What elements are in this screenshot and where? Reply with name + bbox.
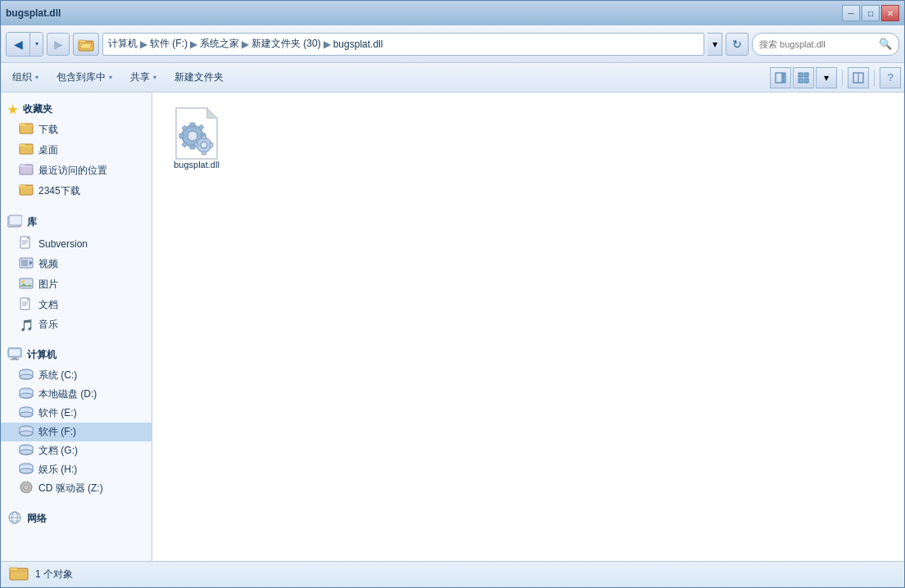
svg-rect-29 xyxy=(10,350,20,355)
h-drive-label: 娱乐 (H:) xyxy=(38,463,77,477)
documents-label: 文档 xyxy=(38,298,58,312)
address-bar[interactable]: 计算机 ▶ 软件 (F:) ▶ 系统之家 ▶ 新建文件夹 (30) ▶ bugs… xyxy=(102,33,704,56)
svg-rect-54 xyxy=(190,123,195,127)
folder-nav-button[interactable] xyxy=(73,33,99,56)
path-folder2[interactable]: 新建文件夹 (30) xyxy=(251,37,321,51)
sidebar-item-pictures[interactable]: 图片 xyxy=(1,274,152,295)
2345-label: 2345下载 xyxy=(38,184,80,198)
music-label: 音乐 xyxy=(38,318,58,332)
sidebar-item-subversion[interactable]: Subversion xyxy=(1,233,152,254)
path-file[interactable]: bugsplat.dll xyxy=(333,38,383,50)
svg-point-43 xyxy=(20,468,33,473)
svg-rect-5 xyxy=(799,79,803,83)
sidebar-item-z-drive[interactable]: CD 驱动器 (Z:) xyxy=(1,479,152,498)
c-drive-label: 系统 (C:) xyxy=(38,369,77,382)
z-drive-icon xyxy=(19,482,34,495)
library-label: 库 xyxy=(27,215,37,229)
minimize-button[interactable]: ─ xyxy=(842,5,860,21)
sidebar-item-c-drive[interactable]: 系统 (C:) xyxy=(1,366,152,385)
desktop-icon xyxy=(19,142,34,158)
favorites-header[interactable]: ★ 收藏夹 xyxy=(1,99,152,120)
svg-point-23 xyxy=(21,280,25,283)
address-dropdown-button[interactable]: ▾ xyxy=(708,33,722,56)
library-icon xyxy=(7,215,22,230)
share-menu[interactable]: 共享 ▾ xyxy=(122,67,165,88)
sidebar-item-video[interactable]: 视频 xyxy=(1,254,152,274)
back-forward-group: ◀ ▾ xyxy=(6,32,43,57)
preview-pane-button[interactable] xyxy=(770,67,791,88)
refresh-button[interactable]: ↻ xyxy=(726,33,749,56)
search-box[interactable]: 🔍 xyxy=(752,33,899,56)
window: bugsplat.dll ─ □ ✕ ◀ ▾ ▶ 计算机 ▶ 软件 (F:) ▶ xyxy=(0,0,905,588)
sidebar-item-desktop[interactable]: 桌面 xyxy=(1,140,152,161)
d-drive-icon xyxy=(19,387,34,401)
svg-point-33 xyxy=(20,374,33,379)
path-computer[interactable]: 计算机 xyxy=(108,37,138,51)
e-drive-icon xyxy=(19,406,34,420)
path-folder1[interactable]: 系统之家 xyxy=(200,37,239,51)
pictures-label: 图片 xyxy=(38,278,58,292)
svg-rect-30 xyxy=(12,357,17,359)
new-folder-button[interactable]: 新建文件夹 xyxy=(166,67,232,88)
menubar: 组织 ▾ 包含到库中 ▾ 共享 ▾ 新建文件夹 xyxy=(1,63,904,93)
g-drive-label: 文档 (G:) xyxy=(38,444,78,458)
dll-file-icon xyxy=(173,106,220,161)
restore-button[interactable]: □ xyxy=(862,5,880,21)
organize-menu[interactable]: 组织 ▾ xyxy=(4,67,47,88)
include-library-menu[interactable]: 包含到库中 ▾ xyxy=(48,67,120,88)
svg-point-63 xyxy=(201,142,207,148)
network-header[interactable]: 网络 xyxy=(1,508,152,530)
svg-point-41 xyxy=(20,450,33,455)
svg-rect-2 xyxy=(783,73,785,83)
view-mode-button[interactable] xyxy=(793,67,814,88)
sidebar-item-e-drive[interactable]: 软件 (E:) xyxy=(1,404,152,423)
f-drive-label: 软件 (F:) xyxy=(38,425,76,439)
close-button[interactable]: ✕ xyxy=(881,5,899,21)
pictures-icon xyxy=(19,277,34,292)
computer-header[interactable]: 计算机 xyxy=(1,344,152,366)
library-header[interactable]: 库 xyxy=(1,211,152,233)
back-dropdown-button[interactable]: ▾ xyxy=(29,33,43,56)
recent-label: 最近访问的位置 xyxy=(38,164,107,178)
sidebar-item-music[interactable]: 🎵 音乐 xyxy=(1,315,152,334)
network-section: 网络 xyxy=(1,508,152,530)
svg-rect-64 xyxy=(202,136,206,139)
search-icon[interactable]: 🔍 xyxy=(879,38,892,50)
organize-chevron: ▾ xyxy=(35,74,38,81)
titlebar: bugsplat.dll ─ □ ✕ xyxy=(1,1,904,25)
file-item-bugsplat[interactable]: bugsplat.dll xyxy=(164,104,229,174)
details-pane-icon xyxy=(853,72,864,84)
video-icon xyxy=(19,256,34,272)
svg-rect-22 xyxy=(20,278,33,288)
music-icon: 🎵 xyxy=(19,319,34,332)
path-drive[interactable]: 软件 (F:) xyxy=(150,37,188,51)
statusbar: 1 个对象 xyxy=(1,561,904,587)
svg-rect-3 xyxy=(799,73,803,77)
d-drive-label: 本地磁盘 (D:) xyxy=(38,387,97,401)
sidebar-item-f-drive[interactable]: 软件 (F:) xyxy=(1,423,152,441)
search-input[interactable] xyxy=(759,39,876,49)
forward-button[interactable]: ▶ xyxy=(47,33,70,56)
sidebar-item-2345[interactable]: 2345下载 xyxy=(1,181,152,201)
sidebar-item-documents[interactable]: 文档 xyxy=(1,295,152,315)
help-button[interactable]: ? xyxy=(880,67,901,88)
sidebar-item-d-drive[interactable]: 本地磁盘 (D:) xyxy=(1,385,152,404)
sidebar-item-h-drive[interactable]: 娱乐 (H:) xyxy=(1,460,152,479)
sidebar-item-g-drive[interactable]: 文档 (G:) xyxy=(1,441,152,460)
svg-rect-65 xyxy=(202,152,206,155)
library-section: 库 Subversion 视频 xyxy=(1,211,152,334)
separator2 xyxy=(1,337,152,344)
sidebar-item-downloads[interactable]: 下载 xyxy=(1,120,152,140)
view-dropdown-button[interactable]: ▾ xyxy=(816,67,837,88)
details-pane-button[interactable] xyxy=(848,67,869,88)
separator3 xyxy=(1,501,152,508)
downloads-icon xyxy=(19,122,34,138)
c-drive-icon xyxy=(19,369,34,382)
sidebar-item-recent[interactable]: 最近访问的位置 xyxy=(1,161,152,181)
include-library-chevron: ▾ xyxy=(109,74,112,81)
file-name-label: bugsplat.dll xyxy=(174,160,219,170)
subversion-label: Subversion xyxy=(38,238,88,250)
svg-rect-14 xyxy=(9,215,22,225)
separator1 xyxy=(1,205,152,211)
back-button[interactable]: ◀ xyxy=(7,33,29,56)
